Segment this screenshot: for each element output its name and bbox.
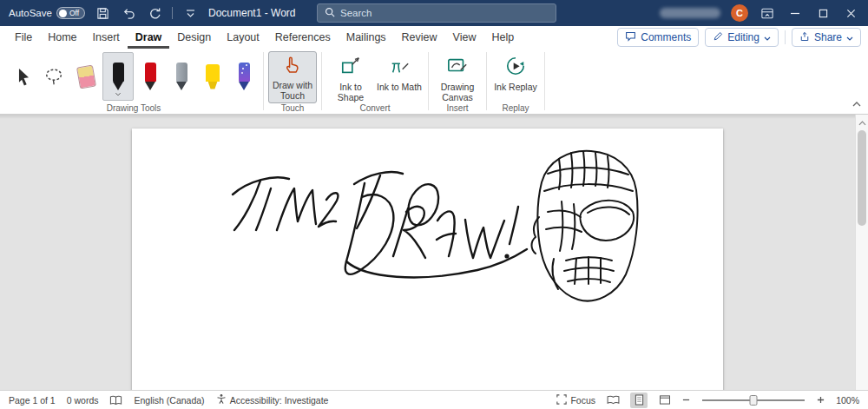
title-bar: AutoSave Off Document1 - Word C — [0, 0, 868, 26]
search-icon — [325, 7, 335, 20]
ribbon-display-options-icon[interactable] — [759, 4, 776, 22]
account-avatar[interactable]: C — [731, 4, 748, 22]
focus-icon — [556, 394, 567, 406]
web-layout-icon — [659, 395, 671, 405]
zoom-slider[interactable] — [702, 399, 805, 401]
document-page[interactable] — [132, 129, 723, 390]
autosave-state: Off — [69, 9, 79, 17]
print-layout-icon — [635, 394, 644, 406]
group-separator — [486, 52, 487, 110]
ink-to-shape-button[interactable]: Ink to Shape — [326, 51, 375, 103]
ink-to-math-label: Ink to Math — [376, 82, 423, 92]
ribbon: Drawing Tools Draw with Touch Touch Ink … — [0, 49, 868, 115]
group-convert: Ink to Shape Ink to Math Convert — [323, 49, 427, 114]
group-label-convert: Convert — [323, 103, 427, 113]
tab-layout[interactable]: Layout — [219, 26, 267, 49]
user-name-redacted — [660, 8, 720, 18]
group-separator — [321, 52, 322, 110]
group-separator — [428, 52, 429, 110]
pen-black-tool[interactable] — [102, 52, 134, 101]
save-icon[interactable] — [94, 4, 111, 22]
pen-red-tool[interactable] — [135, 52, 165, 101]
search-input[interactable] — [340, 8, 531, 18]
lasso-select-tool[interactable] — [40, 52, 69, 101]
lasso-icon — [44, 67, 65, 86]
ink-replay-button[interactable]: Ink Replay — [491, 51, 540, 103]
search-box[interactable] — [317, 3, 556, 23]
draw-with-touch-button[interactable]: Draw with Touch — [268, 51, 317, 103]
autosave-toggle[interactable]: AutoSave Off — [9, 7, 85, 19]
draw-with-touch-label: Draw with Touch — [269, 80, 316, 102]
zoom-out-button[interactable] — [682, 395, 690, 406]
close-button[interactable] — [842, 4, 859, 22]
tab-file[interactable]: File — [7, 26, 40, 49]
share-icon — [799, 31, 810, 44]
ink-replay-icon — [505, 56, 526, 79]
web-layout-button[interactable] — [656, 393, 674, 408]
drawing-canvas-button[interactable]: Drawing Canvas — [433, 51, 482, 103]
pencil-gray-tool[interactable] — [167, 52, 196, 101]
page-number-indicator[interactable]: Page 1 of 1 — [9, 395, 56, 406]
highlighter-tool[interactable] — [198, 52, 227, 101]
undo-icon[interactable] — [120, 4, 137, 22]
group-label-insert: Insert — [430, 103, 485, 113]
collapse-ribbon-icon[interactable] — [852, 97, 861, 109]
editing-mode-button[interactable]: Editing — [705, 28, 779, 47]
toolbar-separator — [172, 7, 173, 19]
scroll-up-icon[interactable] — [858, 116, 866, 129]
redo-icon[interactable] — [146, 4, 163, 22]
chevron-down-icon[interactable] — [115, 87, 122, 99]
word-count-indicator[interactable]: 0 words — [67, 395, 99, 406]
vertical-scrollbar[interactable] — [855, 115, 868, 390]
ink-to-math-button[interactable]: Ink to Math — [375, 51, 424, 103]
window-title: Document1 - Word — [208, 0, 295, 26]
quick-access-toolbar: AutoSave Off — [0, 4, 199, 22]
tab-home[interactable]: Home — [40, 26, 84, 49]
group-insert: Drawing Canvas Insert — [430, 49, 485, 114]
customize-quick-access-icon[interactable] — [181, 4, 199, 22]
scrollbar-thumb[interactable] — [858, 130, 866, 226]
divider — [785, 30, 786, 44]
share-label: Share — [814, 31, 842, 43]
tab-review[interactable]: Review — [394, 26, 445, 49]
tab-draw[interactable]: Draw — [128, 26, 170, 49]
print-layout-button[interactable] — [630, 393, 648, 408]
autosave-switch[interactable]: Off — [56, 7, 85, 19]
editing-label: Editing — [727, 31, 760, 43]
proofing-status-icon[interactable] — [109, 395, 122, 406]
tab-mailings[interactable]: Mailings — [339, 26, 394, 49]
share-button[interactable]: Share — [792, 28, 861, 47]
comments-button[interactable]: Comments — [617, 28, 699, 47]
tab-view[interactable]: View — [445, 26, 484, 49]
tab-insert[interactable]: Insert — [85, 26, 128, 49]
touch-hand-icon — [283, 56, 302, 77]
red-pen-icon — [145, 63, 156, 90]
highlighter-icon — [206, 64, 220, 89]
zoom-slider-handle[interactable] — [750, 395, 758, 406]
read-mode-button[interactable] — [604, 393, 621, 408]
eraser-tool[interactable] — [71, 52, 101, 101]
focus-mode-button[interactable]: Focus — [556, 394, 595, 406]
select-tool[interactable] — [9, 52, 38, 101]
zoom-in-button[interactable] — [817, 395, 825, 406]
pen-galaxy-tool[interactable] — [229, 52, 259, 101]
language-indicator[interactable]: English (Canada) — [134, 395, 204, 406]
ink-to-shape-icon — [340, 56, 361, 79]
tab-references[interactable]: References — [267, 26, 339, 49]
zoom-level[interactable]: 100% — [833, 395, 859, 406]
toggle-knob-icon — [59, 10, 67, 17]
group-separator — [544, 52, 545, 110]
document-canvas-area — [0, 115, 868, 390]
comment-bubble-icon — [625, 30, 636, 44]
tab-help[interactable]: Help — [483, 26, 522, 49]
cursor-arrow-icon — [16, 66, 32, 88]
accessibility-checker[interactable]: Accessibility: Investigate — [216, 393, 329, 406]
group-label-drawing-tools: Drawing Tools — [5, 103, 262, 113]
drawing-canvas-label: Drawing Canvas — [434, 82, 481, 103]
tab-design[interactable]: Design — [169, 26, 219, 49]
ribbon-tab-row: File Home Insert Draw Design Layout Refe… — [0, 26, 868, 49]
minimize-button[interactable] — [786, 4, 804, 22]
group-label-touch: Touch — [265, 103, 320, 113]
read-mode-icon — [607, 395, 620, 405]
maximize-button[interactable] — [814, 4, 832, 22]
